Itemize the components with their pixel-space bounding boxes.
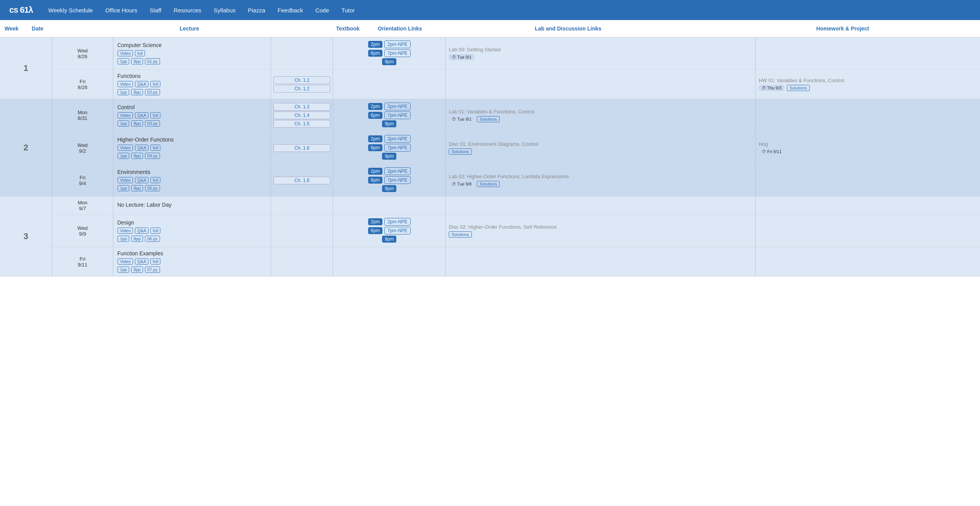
orientation-row: 9pm xyxy=(335,236,444,243)
solutions-badge[interactable]: Solutions xyxy=(477,116,500,122)
time-badge[interactable]: 9pm xyxy=(382,120,396,127)
hw-cell: HW 01: Variables & Functions, Control⏱ T… xyxy=(755,70,980,99)
solutions-badge[interactable]: Solutions xyxy=(449,231,471,238)
textbook-chip[interactable]: Ch. 1.3 xyxy=(273,103,330,111)
lecture-badge[interactable]: full xyxy=(135,50,145,56)
time-badge[interactable]: 2pm xyxy=(368,103,382,110)
lecture-badge[interactable]: 8pp xyxy=(131,89,143,95)
lecture-badge[interactable]: Video xyxy=(118,258,133,265)
lecture-badge[interactable]: Q&A xyxy=(135,81,148,87)
lecture-badge[interactable]: Video xyxy=(118,112,133,118)
time-badge[interactable]: 6pm xyxy=(368,112,382,119)
lecture-badge[interactable]: 1pp xyxy=(118,236,129,242)
orientation-cell: 2pm2pm-NPE6pm7pm-NPE9pm xyxy=(333,132,446,164)
lecture-badge[interactable]: full xyxy=(150,81,160,87)
nav-code[interactable]: Code xyxy=(315,7,329,13)
orientation-row: 6pm7pm-NPE xyxy=(335,227,444,234)
nav-weekly-schedule[interactable]: Weekly Schedule xyxy=(48,7,93,13)
time-badge[interactable]: 6pm xyxy=(368,144,382,151)
npe-badge[interactable]: 7pm-NPE xyxy=(384,176,411,184)
textbook-chip[interactable]: Ch. 1.2 xyxy=(273,85,330,93)
npe-badge[interactable]: 7pm-NPE xyxy=(384,49,411,57)
orientation-cell: 2pm2pm-NPE6pm7pm-NPE9pm xyxy=(333,37,446,70)
logo[interactable]: cs 61λ xyxy=(9,5,33,15)
textbook-chip[interactable]: Ch. 1.1 xyxy=(273,76,330,84)
lecture-badge[interactable]: 1pp xyxy=(118,266,129,273)
lecture-badge[interactable]: 02.py xyxy=(145,89,160,95)
lecture-badge[interactable]: full xyxy=(150,228,160,234)
npe-badge[interactable]: 7pm-NPE xyxy=(384,144,411,152)
lecture-badge[interactable]: 04.py xyxy=(145,153,160,159)
solutions-badge[interactable]: Solutions xyxy=(449,148,471,155)
nav-piazza[interactable]: Piazza xyxy=(248,7,265,13)
nav-feedback[interactable]: Feedback xyxy=(278,7,303,13)
npe-badge[interactable]: 2pm-NPE xyxy=(384,167,411,175)
hw-due-badge: ⏱ Thu 9/3 xyxy=(759,85,785,91)
lecture-title: Higher-Order Functions xyxy=(117,137,267,143)
lecture-badge[interactable]: Video xyxy=(118,81,133,87)
lecture-badge[interactable]: Q&A xyxy=(135,228,148,234)
textbook-chip[interactable]: Ch. 1.4 xyxy=(273,111,330,119)
lecture-badge[interactable]: 8pp xyxy=(131,266,143,273)
textbook-chip[interactable]: Ch. 1.5 xyxy=(273,120,330,128)
lecture-badge[interactable]: 8pp xyxy=(131,58,143,64)
lecture-badge[interactable]: 03.py xyxy=(145,120,160,126)
lecture-badge[interactable]: 1pp xyxy=(118,89,129,95)
npe-badge[interactable]: 2pm-NPE xyxy=(384,135,411,143)
time-badge[interactable]: 6pm xyxy=(368,227,382,234)
time-badge[interactable]: 6pm xyxy=(368,177,382,184)
lecture-badge[interactable]: full xyxy=(150,258,160,265)
lecture-badge[interactable]: 8pp xyxy=(131,120,143,126)
lecture-badge[interactable]: 8pp xyxy=(131,236,143,242)
lecture-badge[interactable]: Video xyxy=(118,177,133,183)
lab-title: Disc 01: Environment Diagrams, Control xyxy=(449,141,752,147)
npe-badge[interactable]: 2pm-NPE xyxy=(384,40,411,48)
lecture-badge[interactable]: Q&A xyxy=(135,258,148,265)
solutions-badge[interactable]: Solutions xyxy=(477,181,500,187)
lecture-badge[interactable]: full xyxy=(150,145,160,151)
time-badge[interactable]: 9pm xyxy=(382,185,396,192)
nav-resources[interactable]: Resources xyxy=(174,7,202,13)
nav-tutor[interactable]: Tutor xyxy=(342,7,355,13)
lecture-badge[interactable]: 06.py xyxy=(145,236,160,242)
lecture-badge[interactable]: Q&A xyxy=(135,177,148,183)
textbook-chip[interactable]: Ch. 1.6 xyxy=(273,144,330,152)
npe-badge[interactable]: 7pm-NPE xyxy=(384,227,411,234)
time-badge[interactable]: 2pm xyxy=(368,218,382,225)
lecture-badge[interactable]: Q&A xyxy=(135,112,148,118)
time-badge[interactable]: 9pm xyxy=(382,58,396,65)
npe-badge[interactable]: 2pm-NPE xyxy=(384,218,411,226)
nav-office-hours[interactable]: Office Hours xyxy=(105,7,137,13)
hw-solutions-badge[interactable]: Solutions xyxy=(787,85,810,91)
lecture-badge[interactable]: Video xyxy=(118,50,133,56)
lecture-badge[interactable]: 01.py xyxy=(145,58,160,64)
nav-staff[interactable]: Staff xyxy=(150,7,162,13)
lecture-badge[interactable]: 8pp xyxy=(131,185,143,191)
lecture-badge[interactable]: 8pp xyxy=(131,153,143,159)
textbook-chip[interactable]: Ch. 1.6 xyxy=(273,177,330,184)
lecture-badge[interactable]: 1pp xyxy=(118,120,129,126)
nav-syllabus[interactable]: Syllabus xyxy=(214,7,236,13)
lecture-badge[interactable]: full xyxy=(150,112,160,118)
time-badge[interactable]: 2pm xyxy=(368,168,382,175)
lecture-badge[interactable]: 1pp xyxy=(118,153,129,159)
lecture-badge[interactable]: 1pp xyxy=(118,58,129,64)
npe-badge[interactable]: 7pm-NPE xyxy=(384,111,411,119)
time-badge[interactable]: 9pm xyxy=(382,153,396,160)
col-lab: Lab and Discussion Links xyxy=(431,24,705,33)
time-badge[interactable]: 9pm xyxy=(382,236,396,243)
orientation-row: 6pm7pm-NPE xyxy=(335,144,444,152)
orientation-cell xyxy=(333,247,446,277)
lecture-badge[interactable]: 05.py xyxy=(145,185,160,191)
textbook-cell xyxy=(271,37,333,70)
time-badge[interactable]: 2pm xyxy=(368,41,382,48)
lecture-badge[interactable]: Q&A xyxy=(135,145,148,151)
lecture-badge[interactable]: Video xyxy=(118,228,133,234)
lecture-badge[interactable]: Video xyxy=(118,145,133,151)
time-badge[interactable]: 6pm xyxy=(368,50,382,57)
lecture-badge[interactable]: 1pp xyxy=(118,185,129,191)
lecture-badge[interactable]: 07.py xyxy=(145,266,160,273)
npe-badge[interactable]: 2pm-NPE xyxy=(384,103,411,110)
lecture-badge[interactable]: full xyxy=(150,177,160,183)
time-badge[interactable]: 2pm xyxy=(368,135,382,142)
